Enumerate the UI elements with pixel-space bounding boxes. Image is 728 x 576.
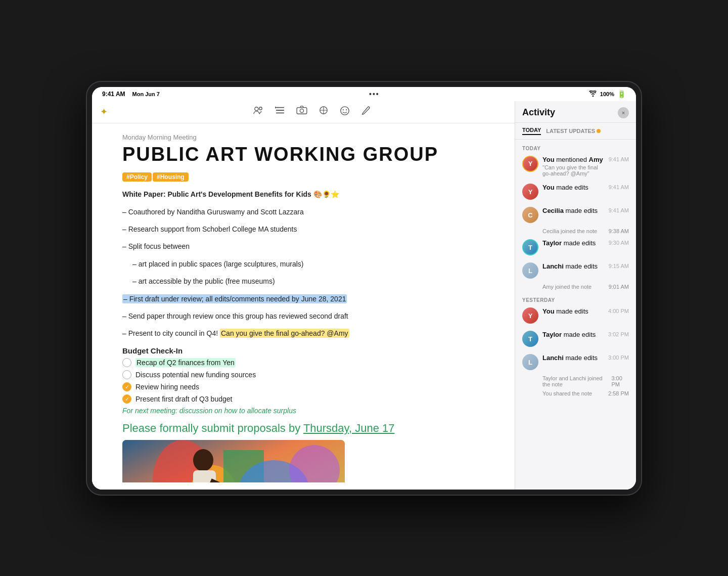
status-right: 100% 🔋 [589, 90, 626, 98]
device-screen: 9:41 AM Mon Jun 7 ••• 100% 🔋 ✦ [92, 87, 636, 490]
avatar-lanchi-yday: L [522, 354, 538, 370]
svg-rect-2 [276, 107, 284, 108]
svg-point-10 [342, 109, 343, 110]
submit-text: Please formally submit proposals by Thur… [122, 422, 494, 435]
activity-time-5: 9:15 AM [609, 263, 629, 269]
activity-info-2: You made edits [542, 184, 605, 192]
checklist-text-1: Recap of Q2 finances from Yen [135, 358, 236, 367]
collapse-icon[interactable]: ✦ [100, 106, 108, 117]
activity-time-4: 9:30 AM [609, 240, 629, 246]
activity-time-yday-2: 3:02 PM [608, 331, 629, 337]
authors-text: – Coauthored by Nanditha Guruswamy and S… [122, 206, 494, 217]
checklist: Recap of Q2 finances from Yen Discuss po… [122, 358, 494, 404]
policy-tag[interactable]: #Policy [122, 172, 152, 182]
activity-sub-1: "Can you give the final go-ahead? @Amy" [542, 164, 605, 176]
yesterday-label: YESTERDAY [515, 295, 636, 304]
activity-main-3: Cecilia made edits [542, 207, 605, 215]
avatar-you-1: Y [522, 156, 538, 172]
wifi-icon [589, 91, 597, 98]
activity-item-lanchi-edits-yday[interactable]: L Lanchi made edits 3:00 PM [515, 350, 636, 374]
avatar-lanchi-1: L [522, 262, 538, 279]
today-label: TODAY [515, 144, 636, 152]
activity-time-2: 9:41 AM [609, 184, 629, 190]
checklist-text-4: Present first draft of Q3 budget [135, 395, 232, 403]
activity-time-yday-1: 4:00 PM [608, 308, 629, 314]
activity-time-yday-3: 3:00 PM [608, 355, 629, 361]
activity-item-taylor-edits[interactable]: T Taylor made edits 9:30 AM [515, 236, 636, 259]
activity-time-3: 9:41 AM [609, 207, 629, 213]
compose-icon[interactable] [361, 106, 371, 118]
svg-rect-4 [276, 112, 284, 113]
status-dots: ••• [369, 90, 380, 98]
white-paper-heading: White Paper: Public Art's Development Be… [122, 189, 494, 200]
activity-item-mentioned-amy[interactable]: Y You mentioned Amy "Can you give the fi… [515, 152, 636, 181]
checklist-item-3[interactable]: Review hiring needs [122, 382, 494, 391]
checklist-item-2[interactable]: Discuss potential new funding sources [122, 370, 494, 379]
activity-title: Activity [522, 107, 555, 118]
avatar-taylor-1: T [522, 239, 538, 255]
italic-note: For next meeting: discussion on how to a… [122, 407, 494, 415]
checklist-icon[interactable] [275, 106, 285, 118]
budget-heading: Budget Check-In [122, 346, 494, 355]
activity-info-5: Lanchi made edits [542, 262, 605, 271]
svg-point-11 [346, 109, 347, 110]
present-text: – Present to city council in Q4! Can you… [122, 328, 494, 339]
status-date: Mon Jun 7 [132, 91, 160, 97]
checklist-item-1[interactable]: Recap of Q2 finances from Yen [122, 358, 494, 367]
close-button[interactable]: × [618, 107, 629, 118]
bottom-bar [92, 482, 515, 490]
activity-info-3: Cecilia made edits [542, 207, 605, 215]
svg-rect-3 [276, 110, 284, 111]
note-title: PUBLIC ART WORKING GROUP [122, 144, 494, 165]
people-icon[interactable] [253, 106, 264, 118]
activity-main-yday-1: You made edits [542, 307, 604, 316]
toolbar-left: ✦ [100, 106, 108, 117]
housing-tag[interactable]: #Housing [153, 172, 189, 182]
status-time: 9:41 AM [102, 91, 125, 98]
activity-list[interactable]: TODAY Y You mentioned Amy "Can you give … [515, 140, 636, 490]
activity-info-yday-1: You made edits [542, 307, 604, 316]
filter-dot [597, 129, 601, 133]
activity-item-you-edits-yday[interactable]: Y You made edits 4:00 PM [515, 304, 636, 327]
activity-header: Activity × [515, 101, 636, 123]
filter-today[interactable]: TODAY [522, 127, 541, 135]
send-paper-text: – Send paper through review once this gr… [122, 311, 494, 322]
avatar-you-2: Y [522, 184, 538, 200]
app-area: ✦ [92, 101, 636, 490]
check-circle-4[interactable] [122, 394, 131, 404]
device-frame: 9:41 AM Mon Jun 7 ••• 100% 🔋 ✦ [86, 81, 642, 496]
main-content: ✦ [92, 101, 515, 490]
research-text: – Research support from Schoberl College… [122, 224, 494, 235]
emoji-icon[interactable] [340, 106, 350, 118]
note-area[interactable]: Monday Morning Meeting PUBLIC ART WORKIN… [92, 123, 515, 482]
status-bar: 9:41 AM Mon Jun 7 ••• 100% 🔋 [92, 87, 636, 101]
activity-item-lanchi-edits[interactable]: L Lanchi made edits 9:15 AM [515, 259, 636, 282]
first-draft-highlight: – First draft under review; all edits/co… [122, 294, 347, 303]
check-circle-1[interactable] [122, 358, 131, 367]
svg-rect-5 [275, 106, 276, 108]
activity-item-you-edits[interactable]: Y You made edits 9:41 AM [515, 180, 636, 203]
activity-main-4: Taylor made edits [542, 239, 605, 248]
toolbar: ✦ [92, 101, 515, 123]
battery-icon: 🔋 [617, 90, 626, 98]
checklist-item-4[interactable]: Present first draft of Q3 budget [122, 394, 494, 404]
avatar-taylor-yday: T [522, 331, 538, 347]
activity-main-5: Lanchi made edits [542, 262, 605, 271]
svg-point-0 [254, 107, 258, 110]
check-circle-3[interactable] [122, 382, 131, 391]
activity-item-cecilia-edits[interactable]: C Cecilia made edits 9:41 AM [515, 203, 636, 227]
activity-item-taylor-edits-yday[interactable]: T Taylor made edits 3:02 PM [515, 327, 636, 350]
toolbar-center [117, 106, 507, 118]
draw-icon[interactable] [318, 106, 329, 118]
svg-point-7 [300, 109, 303, 112]
avatar-cecilia-1: C [522, 207, 538, 223]
note-subtitle: Monday Morning Meeting [122, 134, 494, 141]
filter-latest[interactable]: LATEST UPDATES [546, 127, 601, 135]
camera-icon[interactable] [296, 106, 307, 118]
activity-main-1: You mentioned Amy [542, 156, 605, 164]
activity-main-2: You made edits [542, 184, 605, 192]
checklist-text-2: Discuss potential new funding sources [135, 371, 256, 379]
checklist-text-3: Review hiring needs [135, 383, 199, 391]
activity-info-yday-3: Lanchi made edits [542, 354, 604, 363]
check-circle-2[interactable] [122, 370, 131, 379]
